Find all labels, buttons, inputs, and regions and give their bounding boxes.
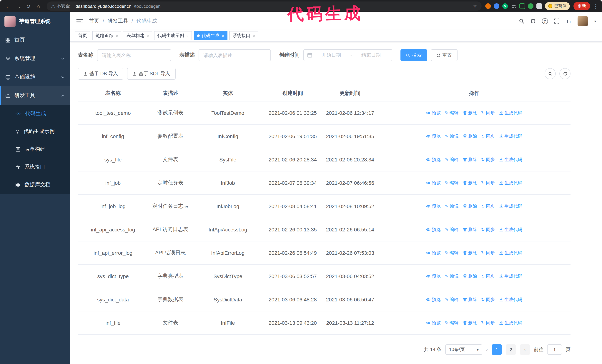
close-icon[interactable]: × bbox=[222, 33, 224, 38]
prev-page-button[interactable]: ‹ bbox=[486, 346, 488, 353]
help-icon[interactable]: ? bbox=[542, 18, 548, 24]
tab-codegen-example[interactable]: 代码生成示例 × bbox=[154, 31, 192, 40]
hamburger-icon[interactable] bbox=[76, 19, 83, 23]
avatar-caret-icon[interactable]: ▾ bbox=[594, 19, 596, 23]
address-bar[interactable]: ⚠ 不安全 dashboard.yudao.iocoder.cn/tool/co… bbox=[47, 1, 482, 11]
extension-icon[interactable]: V bbox=[502, 3, 508, 9]
generate-code-link[interactable]: 生成代码 bbox=[499, 320, 522, 326]
start-date-placeholder[interactable]: 开始日期 bbox=[314, 52, 349, 59]
edit-link[interactable]: ✎编辑 bbox=[445, 110, 458, 116]
sync-link[interactable]: ↻同步 bbox=[481, 110, 495, 116]
close-icon[interactable]: × bbox=[116, 33, 118, 38]
delete-link[interactable]: 删除 bbox=[462, 227, 477, 233]
edit-link[interactable]: ✎编辑 bbox=[445, 203, 458, 209]
sync-link[interactable]: ↻同步 bbox=[481, 250, 495, 256]
font-size-icon[interactable]: TT bbox=[566, 18, 571, 24]
refresh-table-button[interactable] bbox=[559, 68, 570, 79]
table-desc-input[interactable] bbox=[199, 49, 271, 61]
extensions-people-icon[interactable] bbox=[511, 3, 516, 9]
goto-page-input[interactable] bbox=[547, 344, 562, 355]
edit-link[interactable]: ✎编辑 bbox=[445, 227, 458, 233]
extension-icon[interactable] bbox=[519, 3, 525, 9]
browser-home-button[interactable]: ⌂ bbox=[34, 1, 43, 11]
generate-code-link[interactable]: 生成代码 bbox=[499, 296, 522, 303]
next-page-button[interactable]: › bbox=[520, 344, 530, 355]
tab-form-builder[interactable]: 表单构建 × bbox=[123, 31, 152, 40]
page-button-2[interactable]: 2 bbox=[506, 344, 516, 355]
github-icon[interactable] bbox=[530, 19, 536, 24]
delete-link[interactable]: 删除 bbox=[462, 296, 477, 303]
sidebar-item-form-builder[interactable]: 表单构建 bbox=[0, 140, 70, 158]
delete-link[interactable]: 删除 bbox=[462, 180, 477, 186]
preview-link[interactable]: 预览 bbox=[426, 320, 441, 326]
page-button-1[interactable]: 1 bbox=[492, 344, 502, 355]
generate-code-link[interactable]: 生成代码 bbox=[499, 133, 522, 139]
generate-code-link[interactable]: 生成代码 bbox=[499, 273, 522, 279]
delete-link[interactable]: 删除 bbox=[462, 250, 477, 256]
delete-link[interactable]: 删除 bbox=[462, 110, 477, 116]
fullscreen-icon[interactable] bbox=[554, 19, 559, 24]
preview-link[interactable]: 预览 bbox=[426, 296, 441, 303]
sidebar-item-codegen-example[interactable]: ◎ 代码生成示例 bbox=[0, 123, 70, 140]
edit-link[interactable]: ✎编辑 bbox=[445, 180, 458, 186]
close-icon[interactable]: × bbox=[186, 33, 189, 38]
import-sql-button[interactable]: 基于 SQL 导入 bbox=[127, 68, 176, 80]
sidebar-item-infra[interactable]: 基础设施 bbox=[0, 68, 70, 86]
bookmark-star-icon[interactable]: ☆ bbox=[473, 3, 477, 9]
security-warning[interactable]: ⚠ 不安全 bbox=[51, 3, 70, 9]
table-name-input[interactable] bbox=[97, 49, 171, 61]
browser-menu-icon[interactable]: ⋮ bbox=[593, 3, 598, 9]
edit-link[interactable]: ✎编辑 bbox=[445, 273, 458, 279]
reset-button[interactable]: 重置 bbox=[431, 49, 458, 61]
close-icon[interactable]: × bbox=[147, 33, 149, 38]
sync-link[interactable]: ↻同步 bbox=[481, 203, 495, 209]
delete-link[interactable]: 删除 bbox=[462, 133, 477, 139]
breadcrumb-home[interactable]: 首页 bbox=[89, 18, 99, 24]
sidebar-item-db-doc[interactable]: 数据库文档 bbox=[0, 176, 70, 194]
edit-link[interactable]: ✎编辑 bbox=[445, 156, 458, 163]
page-size-select[interactable]: 10条/页 ▾ bbox=[445, 344, 482, 355]
preview-link[interactable]: 预览 bbox=[426, 133, 441, 139]
sidebar-item-home[interactable]: 首页 bbox=[0, 31, 70, 49]
sync-link[interactable]: ↻同步 bbox=[481, 156, 495, 163]
extension-icon[interactable] bbox=[494, 3, 499, 9]
tab-tracing[interactable]: 链路追踪 × bbox=[92, 31, 121, 40]
user-avatar[interactable] bbox=[578, 16, 588, 26]
delete-link[interactable]: 删除 bbox=[462, 203, 477, 209]
tab-api[interactable]: 系统接口 × bbox=[229, 31, 258, 40]
delete-link[interactable]: 删除 bbox=[462, 320, 477, 326]
preview-link[interactable]: 预览 bbox=[426, 156, 441, 163]
browser-back-button[interactable]: ← bbox=[4, 1, 13, 11]
sidebar-item-api[interactable]: 系统接口 bbox=[0, 158, 70, 176]
generate-code-link[interactable]: 生成代码 bbox=[499, 227, 522, 233]
extension-icon[interactable] bbox=[528, 3, 533, 9]
sidebar-item-devtools[interactable]: 研发工具 bbox=[0, 86, 70, 105]
extension-icon[interactable] bbox=[485, 3, 491, 9]
edit-link[interactable]: ✎编辑 bbox=[445, 320, 458, 326]
delete-link[interactable]: 删除 bbox=[462, 273, 477, 279]
breadcrumb-devtools[interactable]: 研发工具 bbox=[108, 18, 128, 24]
generate-code-link[interactable]: 生成代码 bbox=[499, 250, 522, 256]
profile-paused-chip[interactable]: 已暂停 bbox=[545, 2, 570, 10]
generate-code-link[interactable]: 生成代码 bbox=[499, 203, 522, 209]
preview-link[interactable]: 预览 bbox=[426, 227, 441, 233]
delete-link[interactable]: 删除 bbox=[462, 156, 477, 163]
sync-link[interactable]: ↻同步 bbox=[481, 180, 495, 186]
sync-link[interactable]: ↻同步 bbox=[481, 273, 495, 279]
sync-link[interactable]: ↻同步 bbox=[481, 296, 495, 303]
tab-codegen[interactable]: 代码生成 × bbox=[194, 31, 227, 40]
browser-forward-button[interactable]: → bbox=[14, 1, 23, 11]
edit-link[interactable]: ✎编辑 bbox=[445, 296, 458, 303]
search-icon[interactable] bbox=[519, 19, 524, 24]
close-icon[interactable]: × bbox=[253, 33, 255, 38]
preview-link[interactable]: 预览 bbox=[426, 250, 441, 256]
end-date-placeholder[interactable]: 结束日期 bbox=[354, 52, 389, 59]
preview-link[interactable]: 预览 bbox=[426, 203, 441, 209]
search-button[interactable]: 搜索 bbox=[400, 49, 427, 61]
preview-link[interactable]: 预览 bbox=[426, 110, 441, 116]
preview-link[interactable]: 预览 bbox=[426, 273, 441, 279]
preview-link[interactable]: 预览 bbox=[426, 180, 441, 186]
tab-home[interactable]: 首页 bbox=[75, 31, 90, 40]
sidebar-logo[interactable]: 芋道管理系统 bbox=[0, 12, 70, 31]
sync-link[interactable]: ↻同步 bbox=[481, 320, 495, 326]
